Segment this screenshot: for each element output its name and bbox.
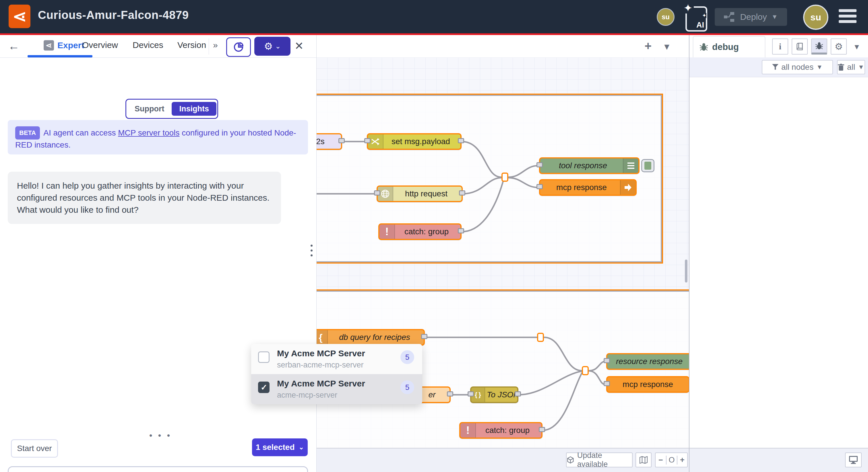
servers-selected-dropdown[interactable]: 1 selected ⌄ bbox=[252, 438, 308, 456]
close-icon[interactable]: ✕ bbox=[294, 40, 304, 52]
mcp-server-option[interactable]: My Acme MCP Server acme-mcp-server 5 bbox=[251, 374, 422, 404]
wire-junction[interactable] bbox=[537, 333, 544, 342]
fullscreen-monitor-button[interactable] bbox=[845, 452, 862, 467]
settings-dropdown-button[interactable]: ⚙⌄ bbox=[254, 37, 290, 56]
user-avatar[interactable]: su bbox=[803, 5, 828, 30]
wire-junction[interactable] bbox=[501, 173, 508, 182]
settings-tab-button[interactable]: ⚙ bbox=[831, 38, 847, 55]
avatar-small[interactable]: su bbox=[657, 8, 675, 26]
node-port[interactable] bbox=[364, 138, 371, 143]
node-db-query[interactable]: { db query for recipes bbox=[316, 329, 425, 346]
debug-toolbar: all nodes ▼ all ▼ bbox=[689, 57, 868, 77]
tab-expert[interactable]: ⋖ Expert bbox=[43, 40, 84, 51]
canvas-scrollbar[interactable] bbox=[685, 260, 687, 283]
node-port[interactable] bbox=[447, 391, 453, 396]
node-port[interactable] bbox=[459, 190, 465, 196]
resize-handle-dots[interactable]: • • • bbox=[149, 431, 172, 440]
node-port[interactable] bbox=[603, 381, 610, 386]
debug-toggle-button[interactable] bbox=[641, 159, 654, 172]
node-debug-resource-response[interactable]: resource response bbox=[606, 353, 689, 370]
node-port[interactable] bbox=[458, 138, 464, 143]
instance-title: Curious-Amur-Falcon-4879 bbox=[38, 9, 189, 22]
deploy-button[interactable]: Deploy ▼ bbox=[715, 8, 787, 26]
node-port[interactable] bbox=[536, 162, 543, 167]
flowfuse-logo-icon[interactable]: ⋖ bbox=[9, 5, 30, 28]
pie-chart-icon bbox=[233, 41, 244, 53]
sidebar-tabbar: debug i ⚙ ▼ bbox=[689, 35, 868, 58]
node-port[interactable] bbox=[603, 358, 610, 363]
flow-list-caret-icon[interactable]: ▼ bbox=[662, 42, 671, 52]
menu-icon[interactable] bbox=[839, 9, 857, 26]
checkbox-checked[interactable] bbox=[258, 382, 270, 393]
checkbox-unchecked[interactable] bbox=[258, 351, 270, 363]
node-catch-bottom[interactable]: ! catch: group bbox=[459, 422, 542, 439]
node-port[interactable] bbox=[536, 184, 543, 189]
node-port[interactable] bbox=[374, 190, 380, 196]
mcp-server-tools-link[interactable]: MCP server tools bbox=[118, 128, 179, 137]
back-arrow-icon[interactable]: ← bbox=[8, 40, 20, 53]
clear-log-dropdown[interactable]: all ▼ bbox=[837, 60, 865, 75]
node-http-request[interactable]: http request bbox=[377, 185, 463, 202]
beta-banner: BETAAI agent can access MCP server tools… bbox=[8, 120, 308, 154]
node-port[interactable] bbox=[515, 391, 521, 396]
node-debug-tool-response[interactable]: tool response bbox=[539, 157, 640, 174]
filter-nodes-dropdown[interactable]: all nodes ▼ bbox=[762, 60, 833, 75]
node-port[interactable] bbox=[338, 138, 345, 143]
sparkle-small-icon: ✦ bbox=[702, 13, 706, 18]
node-port[interactable] bbox=[458, 228, 464, 233]
node-port[interactable] bbox=[539, 427, 545, 432]
arrow-out-icon bbox=[620, 180, 636, 195]
minimap-button[interactable] bbox=[636, 452, 652, 467]
update-available-button[interactable]: Update available bbox=[566, 452, 632, 467]
node-to-json[interactable]: { } To JSON bbox=[470, 386, 518, 403]
toggle-support[interactable]: Support bbox=[127, 102, 172, 116]
tool-count-badge: 5 bbox=[400, 380, 414, 394]
zoom-out-button[interactable]: − bbox=[656, 455, 666, 465]
toggle-insights[interactable]: Insights bbox=[172, 102, 216, 116]
ai-assistant-icon[interactable]: ✦ ✦ AI bbox=[685, 6, 707, 32]
sidebar-caret-icon[interactable]: ▼ bbox=[853, 42, 861, 51]
tab-debug[interactable]: debug bbox=[693, 36, 765, 57]
tab-overflow-icon[interactable]: » bbox=[213, 40, 218, 50]
insights-chart-button[interactable] bbox=[226, 37, 251, 57]
node-catch-top[interactable]: ! catch: group bbox=[378, 224, 462, 240]
wire-junction[interactable] bbox=[582, 366, 589, 375]
deploy-label: Deploy bbox=[740, 12, 767, 22]
panel-tabbar: ← ⋖ Expert Overview Devices Version » ⚙⌄… bbox=[0, 35, 316, 58]
exclamation-icon: ! bbox=[379, 225, 395, 239]
node-link-mcp-response-top[interactable]: mcp response bbox=[539, 179, 637, 196]
sparkle-icon: ✦ bbox=[682, 3, 694, 13]
add-flow-icon[interactable]: + bbox=[644, 39, 652, 53]
trash-icon bbox=[838, 64, 844, 70]
node-port[interactable] bbox=[421, 334, 427, 339]
bug-icon bbox=[700, 43, 708, 51]
debug-sidebar: debug i ⚙ ▼ all nodes ▼ bbox=[689, 35, 868, 472]
tab-version[interactable]: Version bbox=[177, 40, 206, 50]
zoom-in-button[interactable]: + bbox=[677, 455, 687, 465]
tool-count-badge: 5 bbox=[400, 350, 414, 364]
tab-overview[interactable]: Overview bbox=[82, 40, 118, 50]
panel-resize-handle[interactable] bbox=[311, 245, 313, 259]
expert-tab-icon: ⋖ bbox=[43, 40, 54, 51]
info-tab-button[interactable]: i bbox=[772, 38, 788, 55]
debug-tab-button[interactable] bbox=[811, 38, 827, 55]
zoom-reset-button[interactable]: O bbox=[666, 455, 677, 465]
node-port[interactable] bbox=[468, 391, 474, 396]
node-inject[interactable]: 2s bbox=[316, 133, 342, 150]
help-tab-button[interactable] bbox=[792, 38, 808, 55]
chat-composer: Send bbox=[8, 466, 308, 472]
gear-icon: ⚙ bbox=[835, 41, 843, 52]
start-over-button[interactable]: Start over bbox=[11, 439, 58, 458]
mcp-server-option[interactable]: My Acme MCP Server serban-acme-mcp-serve… bbox=[251, 344, 422, 374]
flow-tabbar: + ▼ bbox=[316, 35, 689, 58]
tab-devices[interactable]: Devices bbox=[133, 40, 163, 50]
exclamation-icon: ! bbox=[460, 423, 476, 438]
flow-editor-canvas[interactable]: + ▼ 2s bbox=[316, 35, 689, 472]
active-tab-underline bbox=[28, 55, 92, 57]
chevron-down-icon: ▼ bbox=[858, 63, 864, 71]
chevron-down-icon: ⌄ bbox=[299, 444, 304, 451]
divider bbox=[209, 38, 209, 55]
deploy-caret-icon[interactable]: ▼ bbox=[772, 13, 778, 21]
node-link-mcp-response-bottom[interactable]: mcp response bbox=[606, 376, 689, 393]
node-change[interactable]: set msg.payload bbox=[367, 133, 462, 150]
